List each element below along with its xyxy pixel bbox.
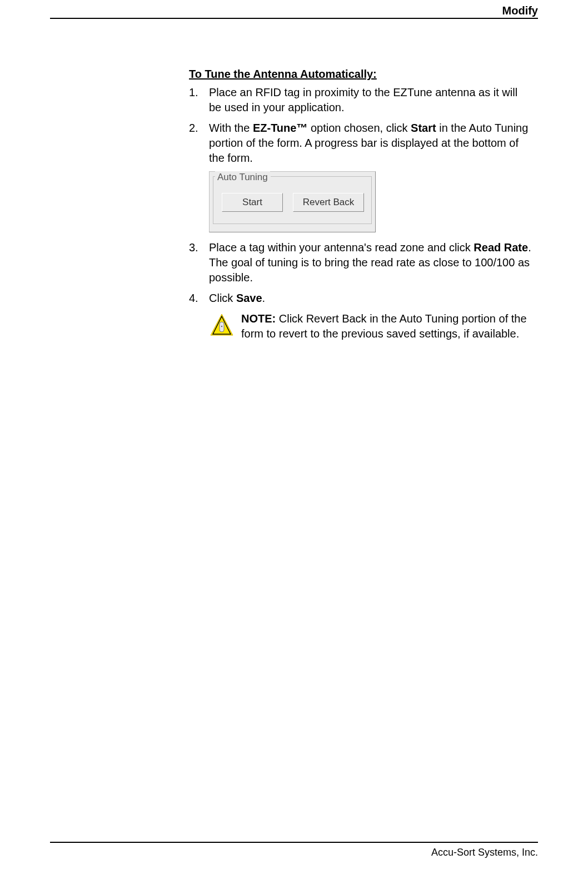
- note-body: Click Revert Back in the Auto Tuning por…: [241, 312, 527, 340]
- note-warning-icon: [209, 311, 238, 341]
- step-number: 3.: [189, 240, 209, 285]
- button-row: Start Revert Back: [222, 193, 364, 212]
- step-text-bold: Save: [236, 292, 262, 304]
- step-1: 1. Place an RFID tag in proximity to the…: [189, 85, 532, 115]
- note-row: NOTE: Click Revert Back in the Auto Tuni…: [209, 311, 532, 341]
- step-text: Click: [209, 292, 236, 304]
- note-label: NOTE:: [241, 312, 276, 325]
- step-body: With the EZ-Tune™ option chosen, click S…: [209, 121, 532, 166]
- step-text: option chosen, click: [307, 122, 411, 134]
- step-text: Place an RFID tag in proximity to the EZ…: [209, 86, 517, 113]
- header-section-label: Modify: [502, 4, 538, 17]
- steps-list: 1. Place an RFID tag in proximity to the…: [189, 85, 532, 166]
- step-number: 1.: [189, 85, 209, 115]
- revert-back-button[interactable]: Revert Back: [293, 193, 364, 212]
- auto-tuning-figure: Auto Tuning Start Revert Back: [209, 171, 376, 232]
- step-text: .: [262, 292, 266, 304]
- step-text-bold: Start: [411, 122, 436, 134]
- step-3: 3. Place a tag within your antenna's rea…: [189, 240, 532, 285]
- page: Modify To Tune the Antenna Automatically…: [0, 0, 588, 874]
- auto-tuning-panel: Auto Tuning Start Revert Back: [209, 171, 376, 232]
- step-4: 4. Click Save.: [189, 291, 532, 306]
- step-number: 4.: [189, 291, 209, 306]
- footer-company: Accu-Sort Systems, Inc.: [431, 847, 538, 858]
- step-text: Place a tag within your antenna's read z…: [209, 241, 474, 254]
- step-body: Click Save.: [209, 291, 532, 306]
- step-2: 2. With the EZ-Tune™ option chosen, clic…: [189, 121, 532, 166]
- step-text-bold: EZ-Tune™: [253, 122, 308, 134]
- footer-rule: [50, 842, 538, 843]
- step-text: With the: [209, 122, 253, 134]
- svg-point-2: [221, 326, 222, 327]
- step-text-bold: Read Rate: [474, 241, 528, 254]
- section-title: To Tune the Antenna Automatically:: [189, 67, 532, 82]
- steps-list-continued: 3. Place a tag within your antenna's rea…: [189, 240, 532, 306]
- step-number: 2.: [189, 121, 209, 166]
- step-body: Place an RFID tag in proximity to the EZ…: [209, 85, 532, 115]
- header-rule: [50, 18, 538, 19]
- step-body: Place a tag within your antenna's read z…: [209, 240, 532, 285]
- note-text: NOTE: Click Revert Back in the Auto Tuni…: [238, 311, 532, 341]
- start-button[interactable]: Start: [222, 193, 283, 212]
- content-area: To Tune the Antenna Automatically: 1. Pl…: [189, 67, 532, 341]
